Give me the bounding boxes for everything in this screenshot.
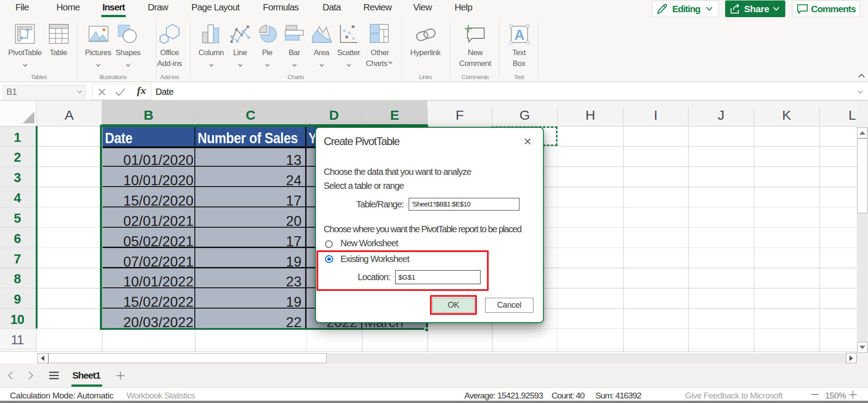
svg-text:A: A <box>514 27 524 43</box>
